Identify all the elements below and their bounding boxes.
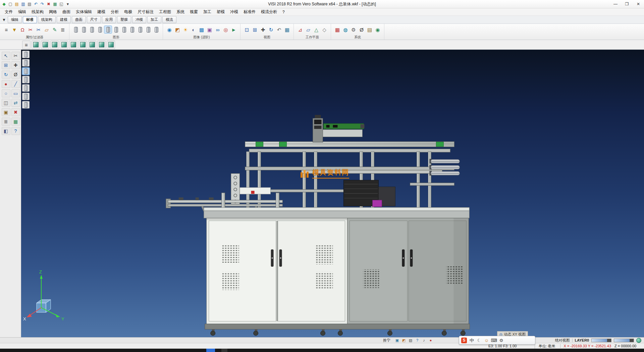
front-view-cube-icon[interactable] [50, 41, 59, 49]
bottom-view-cube-icon[interactable] [88, 41, 96, 49]
circle-icon[interactable]: ○ [2, 89, 10, 97]
rect-icon[interactable]: ▭ [11, 89, 20, 97]
measure-icon[interactable]: Ø [11, 71, 20, 79]
edit-pen-icon[interactable]: ✎ [51, 26, 58, 33]
translucent-mode-icon[interactable] [120, 26, 128, 33]
camera-icon[interactable]: ▣ [206, 26, 213, 33]
menu-plastic-mold[interactable]: 塑模 [214, 8, 227, 15]
tab-plastic-mold[interactable]: 塑膜 [117, 16, 131, 23]
iso-view-cube-icon[interactable] [32, 41, 40, 49]
move-icon[interactable]: ⇄ [11, 99, 20, 107]
palette-icon[interactable]: ◩ [401, 338, 407, 343]
help-status-icon[interactable]: ? [415, 338, 420, 343]
menu-solid-edit[interactable]: 实体编辑 [73, 8, 95, 15]
menu-dimensioning[interactable]: 尺寸标注 [135, 8, 156, 15]
open-file-icon[interactable]: ▤ [14, 1, 20, 7]
tab-edit[interactable]: 编辑 [8, 16, 22, 23]
rotate-view-icon[interactable]: ↻ [267, 26, 275, 33]
select-icon[interactable]: ↖ [2, 52, 10, 60]
pan-icon[interactable]: ✚ [259, 26, 267, 33]
ime-lang-icon[interactable]: 中 [469, 338, 475, 343]
shaded-edge-mode-icon[interactable] [112, 26, 120, 33]
light-icon[interactable]: ☀ [182, 26, 189, 33]
solid-filter-icon[interactable] [22, 51, 30, 58]
current-layer-button[interactable]: LAYER0 [575, 338, 589, 342]
magnet-icon[interactable]: Ω [19, 26, 26, 33]
menu-surface[interactable]: 曲面 [60, 8, 73, 15]
viewport-3d[interactable]: 模具资料网 Z X Y ◎ 动 [21, 50, 644, 337]
wireframe-mode-icon[interactable] [80, 26, 88, 33]
color-table-icon[interactable]: ▦ [52, 1, 58, 7]
tab-dimension[interactable]: 尺寸 [87, 16, 101, 23]
background-icon[interactable]: ▩ [198, 26, 205, 33]
workplane-swap-icon[interactable]: ◇ [321, 26, 328, 33]
menu-die[interactable]: 冲模 [227, 8, 241, 15]
line-icon[interactable]: ╱ [11, 80, 20, 88]
previous-view-icon[interactable]: ↶ [275, 26, 283, 33]
ime-keyboard-icon[interactable]: ⌨ [491, 338, 497, 343]
view-list-icon[interactable]: ≡ [22, 41, 31, 49]
group-filter-icon[interactable] [22, 93, 30, 100]
left-view-cube-icon[interactable] [69, 41, 77, 49]
tab-surface[interactable]: 曲面 [72, 16, 86, 23]
point-filter-icon[interactable] [22, 76, 30, 83]
layers-icon[interactable]: ≣ [2, 118, 10, 126]
cut-icon[interactable]: ✂ [11, 52, 20, 60]
layer-grid-icon[interactable]: ▦ [334, 26, 341, 33]
redo-icon[interactable]: ↷ [39, 1, 45, 7]
wire-filter-icon[interactable] [22, 68, 30, 75]
hidden-line-mode-icon[interactable] [88, 26, 96, 33]
new-file-icon[interactable]: ▢ [7, 1, 13, 7]
point-icon[interactable]: ● [2, 80, 10, 88]
shadow-icon[interactable]: ◐ [190, 26, 197, 33]
absolute-view-button[interactable]: 绝对视图 [555, 338, 570, 343]
maximize-button[interactable]: ❐ [621, 0, 633, 8]
ime-emoji-icon[interactable]: ☺ [484, 338, 489, 343]
animation-icon[interactable]: ► [230, 26, 237, 33]
menu-help[interactable]: ? [280, 9, 287, 15]
capture-icon[interactable]: ▣ [394, 338, 400, 343]
tab-machining[interactable]: 加工 [147, 16, 161, 23]
render-settings-icon[interactable]: ◉ [166, 26, 173, 33]
top-view-cube-icon[interactable] [41, 41, 49, 49]
workplane-face-icon[interactable]: ▱ [305, 26, 312, 33]
undo-icon[interactable]: ↶ [33, 1, 39, 7]
ime-toolbox-icon[interactable]: ⚙ [498, 338, 504, 343]
menu-edit[interactable]: 编辑 [15, 8, 29, 15]
menu-standard-parts[interactable]: 标准件 [241, 8, 258, 15]
menu-flow-analysis[interactable]: 模流分析 [258, 8, 280, 15]
menu-drafting[interactable]: 工程图 [156, 8, 174, 15]
settings-gear-icon[interactable]: ⚙ [350, 26, 357, 33]
rotate-icon[interactable]: ↻ [2, 71, 10, 79]
snap-toggle[interactable]: 拴宁 [383, 338, 390, 343]
view-list-icon[interactable]: ▦ [283, 26, 291, 33]
zoom-area-icon[interactable]: ⊞ [2, 61, 10, 69]
analysis-mode-icon[interactable] [137, 26, 144, 33]
menu-wireframe[interactable]: 线架构 [29, 8, 46, 15]
menu-system[interactable]: 系统 [174, 8, 187, 15]
world-icon[interactable]: ◍ [342, 26, 349, 33]
reflection-mode-icon[interactable] [153, 26, 160, 33]
eraser-icon[interactable]: ▱ [43, 26, 50, 33]
shaded-mode-icon[interactable] [104, 26, 112, 33]
taskbar-app-indicator[interactable] [206, 349, 215, 352]
tab-wireframe[interactable]: 线架构 [38, 16, 56, 23]
surface-icon[interactable]: ◧ [2, 127, 10, 135]
tab-modeling[interactable]: 建模 [57, 16, 71, 23]
snapshot-icon[interactable]: ◎ [222, 26, 229, 33]
print-icon[interactable]: ▧ [26, 1, 33, 7]
draft-mode-icon[interactable] [145, 26, 152, 33]
pan-hand-icon[interactable]: ✚ [11, 61, 20, 69]
grid-snap-icon[interactable]: ▦ [11, 118, 20, 126]
delete-icon[interactable]: ✖ [46, 1, 52, 7]
material-icon[interactable]: ◩ [174, 26, 181, 33]
menu-analysis[interactable]: 分析 [108, 8, 121, 15]
back-view-cube-icon[interactable] [60, 41, 68, 49]
tab-flow[interactable]: 模流 [162, 16, 176, 23]
trimetric-view-cube-icon[interactable] [97, 41, 106, 49]
close-button[interactable]: ✕ [633, 0, 644, 8]
menu-electrode[interactable]: 电极 [121, 8, 135, 15]
menu-window[interactable]: 视窗 [187, 8, 201, 15]
ime-moon-icon[interactable]: ☾ [476, 338, 482, 343]
stereo-icon[interactable]: ∞ [214, 26, 221, 33]
